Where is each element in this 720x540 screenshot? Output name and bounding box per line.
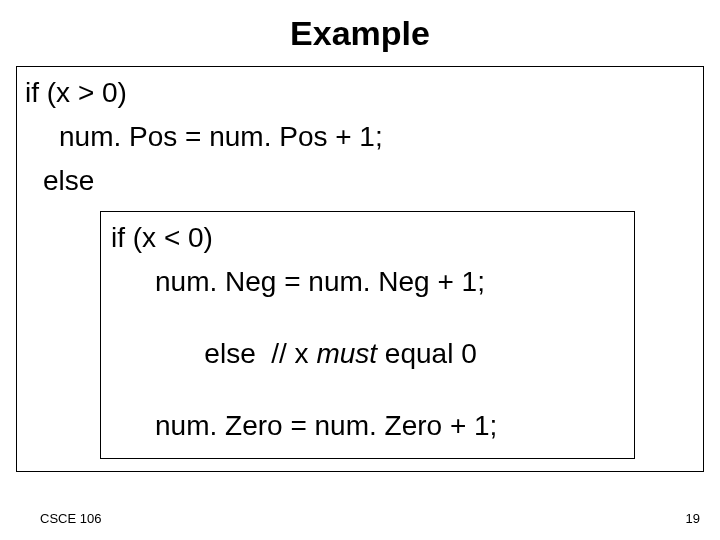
code-text: equal 0 [377,338,477,369]
outer-code-box: if (x > 0) num. Pos = num. Pos + 1; else… [16,66,704,472]
inner-wrap: if (x < 0) num. Neg = num. Neg + 1; else… [25,211,695,459]
slide: Example if (x > 0) num. Pos = num. Pos +… [0,0,720,540]
code-line: num. Pos = num. Pos + 1; [25,123,695,151]
code-block: if (x > 0) num. Pos = num. Pos + 1; else… [17,67,703,459]
code-line: else // x must equal 0 [111,312,624,396]
code-line: if (x < 0) [111,224,624,252]
code-italic: must [316,338,377,369]
code-line: num. Neg = num. Neg + 1; [111,268,624,296]
code-line: if (x > 0) [25,79,695,107]
slide-title: Example [0,0,720,53]
code-line: else [25,167,695,195]
code-text: else // x [204,338,316,369]
inner-code-box: if (x < 0) num. Neg = num. Neg + 1; else… [100,211,635,459]
footer-course: CSCE 106 [40,511,101,526]
footer-page-number: 19 [686,511,700,526]
code-line: num. Zero = num. Zero + 1; [111,412,624,440]
